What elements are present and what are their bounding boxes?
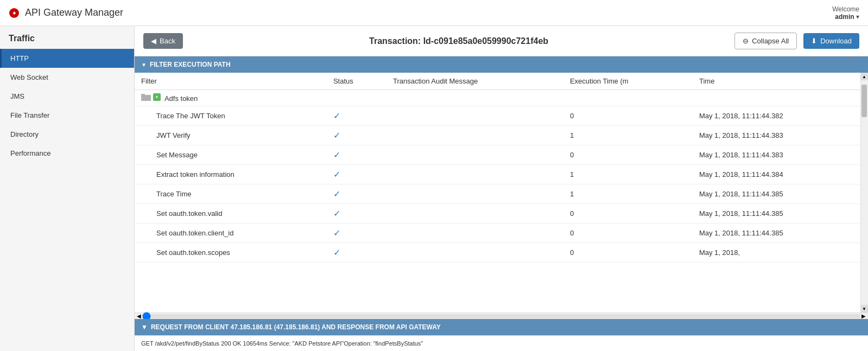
- cell-exec-time: 0: [563, 145, 693, 165]
- svg-text:✦: ✦: [12, 10, 17, 16]
- cell-exec-time: 1: [563, 165, 693, 184]
- cell-filter: JWT Verify: [135, 126, 327, 145]
- cell-status: ✓: [327, 184, 387, 204]
- sidebar-item-filetransfer[interactable]: File Transfer: [0, 106, 134, 125]
- horizontal-scrollbar[interactable]: [142, 314, 860, 318]
- bottom-section-header[interactable]: ▼ REQUEST FROM CLIENT 47.185.186.81 (47.…: [135, 319, 868, 335]
- main-content: ◀ Back Transaction: Id-c091e85a0e059990c…: [135, 26, 868, 351]
- cell-exec-time: 0: [563, 243, 693, 263]
- sidebar-item-performance[interactable]: Performance: [0, 144, 134, 163]
- main-layout: Traffic HTTP Web Socket JMS File Transfe…: [0, 26, 868, 351]
- toolbar: ◀ Back Transaction: Id-c091e85a0e059990c…: [135, 26, 868, 56]
- col-time: Time: [693, 73, 868, 90]
- cell-status: ✓: [327, 106, 387, 126]
- folder-icon: [141, 93, 151, 101]
- table-area: ▼ FILTER EXECUTION PATH Filter Status Tr…: [135, 56, 868, 319]
- filter-table-wrapper[interactable]: Filter Status Transaction Audit Message …: [135, 73, 868, 312]
- cell-audit: [387, 165, 563, 184]
- cell-status: ✓: [327, 224, 387, 243]
- cell-exec-time: 0: [563, 224, 693, 243]
- green-plus-icon: +: [153, 93, 161, 101]
- table-header-row: Filter Status Transaction Audit Message …: [135, 73, 868, 90]
- cell-audit: [387, 243, 563, 263]
- collapse-icon: ⊖: [743, 37, 749, 45]
- sidebar-item-websocket[interactable]: Web Socket: [0, 68, 134, 87]
- cell-filter: Set Message: [135, 145, 327, 165]
- check-icon: ✓: [333, 111, 340, 120]
- table-row: Trace Time✓1May 1, 2018, 11:11:44.385: [135, 184, 868, 204]
- check-icon: ✓: [333, 131, 340, 140]
- cell-status: ✓: [327, 204, 387, 224]
- col-filter: Filter: [135, 73, 327, 90]
- cell-filter: Set oauth.token.scopes: [135, 243, 327, 263]
- filter-table: Filter Status Transaction Audit Message …: [135, 73, 868, 263]
- bottom-section-label: REQUEST FROM CLIENT 47.185.186.81 (47.18…: [151, 323, 441, 331]
- cell-filter: Set oauth.token.client_id: [135, 224, 327, 243]
- top-header: ✦ API Gateway Manager Welcome admin ▾: [0, 0, 868, 26]
- welcome-label: Welcome: [832, 5, 859, 13]
- cell-time: May 1, 2018,: [693, 243, 868, 263]
- col-audit: Transaction Audit Message: [387, 73, 563, 90]
- user-dropdown-icon[interactable]: ▾: [856, 13, 859, 21]
- cell-filter: Set oauth.token.valid: [135, 204, 327, 224]
- user-name[interactable]: admin: [835, 13, 854, 21]
- table-row: Extract token information✓1May 1, 2018, …: [135, 165, 868, 184]
- back-button[interactable]: ◀ Back: [143, 33, 183, 49]
- cell-status: ✓: [327, 145, 387, 165]
- cell-audit: [387, 224, 563, 243]
- check-icon: ✓: [333, 170, 340, 179]
- vertical-scrollbar[interactable]: ▲ ▼: [860, 73, 868, 312]
- group-icons: +: [141, 93, 161, 101]
- cell-audit: [387, 184, 563, 204]
- check-icon: ✓: [333, 228, 340, 238]
- sidebar: Traffic HTTP Web Socket JMS File Transfe…: [0, 26, 135, 351]
- bottom-section-triangle: ▼: [141, 323, 148, 331]
- table-row: JWT Verify✓1May 1, 2018, 11:11:44.383: [135, 126, 868, 145]
- svg-rect-3: [141, 94, 145, 96]
- h-scroll-right-icon[interactable]: ▶: [860, 313, 867, 319]
- app-title: API Gateway Manager: [25, 7, 832, 18]
- cell-time: May 1, 2018, 11:11:44.384: [693, 165, 868, 184]
- sidebar-item-jms[interactable]: JMS: [0, 87, 134, 106]
- h-scroll-left-icon[interactable]: ◀: [136, 313, 142, 319]
- sidebar-item-directory[interactable]: Directory: [0, 125, 134, 144]
- sidebar-section-title: Traffic: [0, 26, 134, 49]
- cell-time: May 1, 2018, 11:11:44.385: [693, 204, 868, 224]
- cell-exec-time: 1: [563, 126, 693, 145]
- cell-audit: [387, 204, 563, 224]
- scrollbar-thumb[interactable]: [861, 85, 867, 117]
- cell-filter: Extract token information: [135, 165, 327, 184]
- table-row: Trace The JWT Token✓0May 1, 2018, 11:11:…: [135, 106, 868, 126]
- cell-time: May 1, 2018, 11:11:44.385: [693, 184, 868, 204]
- cell-status: ✓: [327, 165, 387, 184]
- check-icon: ✓: [333, 150, 340, 159]
- filter-section-triangle: ▼: [141, 62, 147, 68]
- download-button[interactable]: ⬇ Download: [803, 33, 859, 49]
- cell-filter: Trace Time: [135, 184, 327, 204]
- cell-exec-time: 1: [563, 184, 693, 204]
- col-exec-time: Execution Time (m: [563, 73, 693, 90]
- cell-audit: [387, 106, 563, 126]
- scroll-down-button[interactable]: ▼: [860, 305, 868, 312]
- check-icon: ✓: [333, 189, 340, 199]
- table-row: Set Message✓0May 1, 2018, 11:11:44.383: [135, 145, 868, 165]
- transaction-title: Transaction: Id-c091e85a0e059990c721f4eb: [189, 36, 728, 46]
- table-row: Set oauth.token.scopes✓0May 1, 2018,: [135, 243, 868, 263]
- cell-status: ✓: [327, 126, 387, 145]
- group-name: Adfs token: [164, 94, 198, 103]
- cell-time: May 1, 2018, 11:11:44.383: [693, 145, 868, 165]
- cell-exec-time: 0: [563, 106, 693, 126]
- cell-audit: [387, 145, 563, 165]
- bottom-section-content: GET /akd/v2/pet/findByStatus 200 OK 1065…: [135, 335, 868, 351]
- cell-audit: [387, 126, 563, 145]
- cell-status: ✓: [327, 243, 387, 263]
- filter-section-header[interactable]: ▼ FILTER EXECUTION PATH: [135, 56, 868, 73]
- check-icon: ✓: [333, 248, 340, 257]
- table-row: Set oauth.token.valid✓0May 1, 2018, 11:1…: [135, 204, 868, 224]
- collapse-all-button[interactable]: ⊖ Collapse All: [734, 33, 797, 49]
- scroll-up-button[interactable]: ▲: [860, 73, 868, 80]
- cell-time: May 1, 2018, 11:11:44.385: [693, 224, 868, 243]
- sidebar-item-http[interactable]: HTTP: [0, 49, 134, 68]
- download-icon: ⬇: [811, 37, 817, 45]
- horizontal-scrollbar-row: ◀ ▶: [135, 312, 868, 319]
